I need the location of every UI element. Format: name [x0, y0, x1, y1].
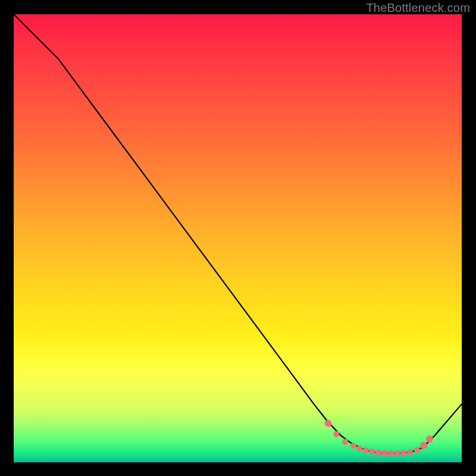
highlight-dot	[356, 446, 362, 452]
highlight-dot	[342, 439, 348, 444]
highlight-dot	[414, 447, 420, 453]
highlight-dot	[382, 450, 388, 456]
highlight-dot	[400, 450, 406, 456]
highlight-dot	[369, 449, 375, 455]
highlight-dot	[407, 449, 413, 455]
bottleneck-curve-line	[14, 14, 462, 453]
highlight-dot	[363, 447, 369, 453]
bottleneck-curve-svg	[14, 14, 462, 462]
source-watermark: TheBottleneck.com	[366, 1, 470, 15]
highlight-dot	[420, 441, 427, 449]
chart-plot-area	[14, 14, 462, 462]
highlight-dot	[394, 450, 400, 456]
highlight-dot	[388, 450, 394, 456]
highlight-dot	[350, 443, 356, 449]
highlight-dot	[333, 431, 339, 437]
highlight-dots	[325, 420, 433, 456]
highlight-dot	[375, 449, 381, 455]
highlight-dot	[325, 420, 332, 427]
highlight-dot	[426, 436, 433, 443]
